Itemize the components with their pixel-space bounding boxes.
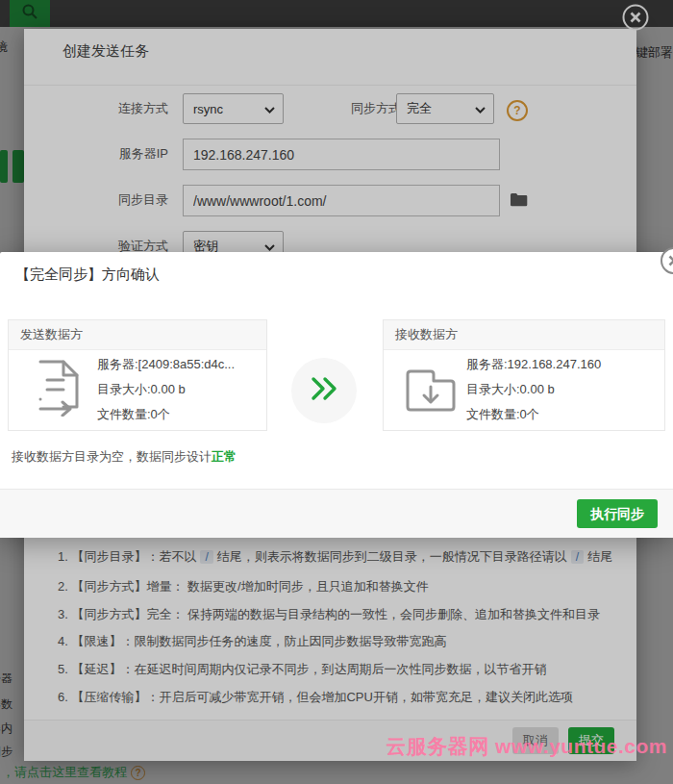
- sender-panel: 发送数据方 服务器:[2409:8a55:d4c... 目录大小:0.00 b …: [8, 319, 267, 431]
- receiver-panel: 接收数据方 服务器:192.168.247.160 目录大小:0.00 b 文件…: [383, 319, 665, 431]
- sync-status-text: 接收数据方目录为空，数据同步设计正常: [12, 448, 237, 466]
- status-ok-badge: 正常: [212, 449, 237, 464]
- double-arrow-right-icon: [310, 376, 338, 405]
- folder-download-icon: [405, 365, 457, 417]
- document-send-icon: [35, 359, 83, 420]
- modal-footer: 执行同步: [0, 489, 673, 538]
- receiver-dir-size: 目录大小:0.00 b: [466, 380, 555, 399]
- sender-panel-title: 发送数据方: [9, 320, 266, 350]
- sync-direction-circle: [291, 358, 357, 423]
- close-icon[interactable]: [660, 246, 673, 275]
- modal-title: 【完全同步】方向确认: [15, 266, 160, 284]
- sync-confirm-modal: 【完全同步】方向确认 发送数据方 服务器:[2409:8a55:d4c... 目…: [0, 252, 673, 537]
- receiver-server: 服务器:192.168.247.160: [466, 355, 601, 374]
- sender-dir-size: 目录大小:0.00 b: [97, 380, 186, 399]
- sender-file-count: 文件数量:0个: [97, 405, 170, 424]
- receiver-panel-title: 接收数据方: [384, 320, 664, 350]
- execute-sync-button[interactable]: 执行同步: [577, 499, 658, 528]
- sender-server: 服务器:[2409:8a55:d4c...: [97, 355, 235, 374]
- receiver-file-count: 文件数量:0个: [466, 405, 539, 424]
